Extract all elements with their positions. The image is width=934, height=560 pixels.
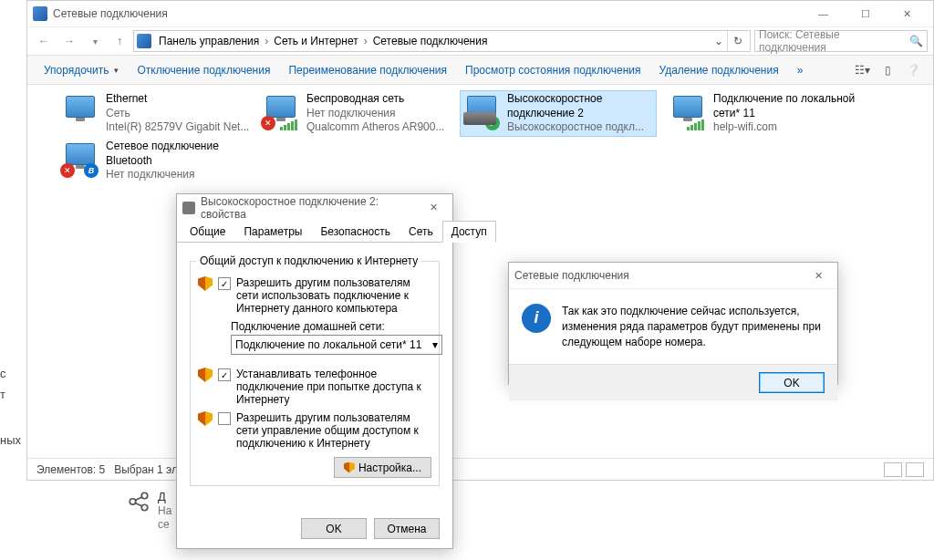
connection-ethernet[interactable]: Ethernet Сеть Intel(R) 82579V Gigabit Ne… (58, 90, 255, 137)
back-button[interactable]: ← (33, 30, 55, 52)
chevron-down-icon: ▾ (432, 338, 438, 351)
svg-line-4 (135, 503, 142, 506)
dial-on-demand-label: Устанавливать телефонное подключение при… (236, 368, 431, 406)
view-status-button[interactable]: Просмотр состояния подключения (456, 59, 649, 81)
address-bar[interactable]: Панель управления › Сеть и Интернет › Се… (133, 30, 751, 52)
settings-button[interactable]: Настройка... (334, 457, 431, 478)
info-icon: i (522, 304, 551, 333)
connection-name: Высокоскоростное подключение 2 (507, 92, 655, 120)
close-button[interactable]: ✕ (804, 264, 832, 287)
connection-name: Сетевое подключение Bluetooth (106, 140, 234, 168)
dialog-body: Общий доступ к подключению к Интернету Р… (177, 243, 452, 495)
tab-general[interactable]: Общие (181, 221, 234, 243)
connection-name: Беспроводная сеть (306, 92, 444, 107)
address-dropdown[interactable]: ⌄ (711, 35, 727, 47)
minimize-button[interactable]: — (803, 2, 844, 26)
forward-button[interactable]: → (58, 30, 80, 52)
delete-connection-button[interactable]: Удаление подключения (650, 59, 788, 81)
connection-broadband[interactable]: Высокоскоростное подключение 2 Высокоско… (460, 90, 657, 137)
dial-on-demand-checkbox[interactable] (218, 368, 231, 381)
status-bar: Элементов: 5 Выбран 1 элем (27, 458, 933, 480)
chevron-right-icon: › (263, 35, 270, 47)
connection-adapter: Intel(R) 82579V Gigabit Net... (106, 120, 249, 135)
close-button[interactable]: ✕ (420, 196, 447, 220)
tab-sharing[interactable]: Доступ (442, 221, 496, 243)
shield-icon (198, 411, 213, 426)
shield-icon (344, 462, 355, 473)
connection-name: Ethernet (106, 92, 249, 107)
maximize-button[interactable]: ☐ (845, 2, 886, 26)
titlebar: Высокоскоростное подключение 2: свойства… (177, 194, 452, 221)
search-input[interactable]: Поиск: Сетевые подключения 🔍 (754, 30, 928, 52)
search-icon: 🔍 (909, 35, 923, 47)
dialog-title: Сетевые подключения (514, 269, 804, 282)
connections-area: Ethernet Сеть Intel(R) 82579V Gigabit Ne… (27, 85, 933, 99)
nav-row: ← → ▾ ↑ Панель управления › Сеть и Интер… (27, 27, 933, 55)
app-icon (33, 6, 47, 21)
disabled-icon (261, 116, 275, 130)
ok-button[interactable]: OK (301, 518, 367, 539)
search-placeholder: Поиск: Сетевые подключения (759, 28, 909, 54)
rename-connection-button[interactable]: Переименование подключения (279, 59, 456, 81)
message-dialog: Сетевые подключения ✕ i Так как это подк… (508, 262, 838, 385)
help-button[interactable]: ❔ (900, 58, 926, 82)
connection-properties-dialog: Высокоскоростное подключение 2: свойства… (176, 193, 453, 549)
svg-line-3 (135, 497, 142, 501)
tab-security[interactable]: Безопасность (311, 221, 400, 243)
disabled-icon (60, 163, 75, 178)
shield-icon (198, 368, 213, 382)
view-details-button[interactable] (884, 462, 902, 477)
svg-point-1 (141, 493, 148, 499)
svg-point-0 (130, 499, 136, 505)
message-text: Так как это подключение сейчас используе… (562, 304, 825, 349)
connection-status: Нет подключения (306, 107, 444, 121)
dialog-icon (182, 202, 195, 214)
allow-control-checkbox[interactable] (218, 412, 231, 425)
connection-adapter: Высокоскоростное подкл... (507, 120, 655, 135)
shield-icon (198, 276, 213, 291)
disable-connection-button[interactable]: Отключение подключения (128, 59, 279, 81)
preview-pane-button[interactable]: ▯ (875, 58, 900, 82)
address-icon (137, 34, 151, 48)
connection-wifi[interactable]: Беспроводная сеть Нет подключения Qualco… (259, 90, 456, 137)
ok-button[interactable]: OK (759, 372, 825, 393)
organize-button[interactable]: Упорядочить (35, 59, 128, 81)
connection-local-11[interactable]: Подключение по локальной сети* 11 help-w… (666, 90, 863, 137)
breadcrumb[interactable]: Сетевые подключения (369, 35, 492, 47)
tab-options[interactable]: Параметры (234, 221, 311, 243)
connection-adapter: Qualcomm Atheros AR900... (306, 120, 444, 135)
combo-value: Подключение по локальной сети* 11 (235, 338, 421, 351)
more-button[interactable]: » (788, 59, 813, 81)
bluetooth-icon (84, 163, 99, 178)
titlebar: Сетевые подключения ✕ (509, 263, 837, 289)
svg-point-2 (141, 504, 148, 511)
view-large-button[interactable] (906, 462, 924, 477)
connection-name: Подключение по локальной сети* 11 (713, 92, 861, 120)
allow-sharing-checkbox[interactable] (218, 277, 231, 290)
allow-sharing-label: Разрешить другим пользователям сети испо… (236, 276, 431, 315)
allow-control-label: Разрешить другим пользователям сети упра… (236, 411, 431, 450)
item-count: Элементов: 5 (36, 463, 105, 476)
titlebar: Сетевые подключения — ☐ ✕ (27, 1, 933, 27)
recent-button[interactable]: ▾ (84, 30, 106, 52)
home-network-combo[interactable]: Подключение по локальной сети* 11 ▾ (231, 335, 442, 355)
signal-icon (687, 119, 704, 130)
connection-bluetooth[interactable]: Сетевое подключение Bluetooth Нет подклю… (58, 138, 255, 184)
share-icon (127, 490, 150, 513)
tab-row: Общие Параметры Безопасность Сеть Доступ (177, 221, 452, 243)
refresh-button[interactable]: ↻ (727, 31, 747, 51)
breadcrumb[interactable]: Сеть и Интернет (270, 35, 361, 47)
up-button[interactable]: ↑ (109, 31, 130, 51)
close-button[interactable]: ✕ (887, 2, 928, 26)
connection-adapter: help-wifi.com (713, 120, 861, 135)
dialog-title: Высокоскоростное подключение 2: свойства (201, 195, 420, 221)
tab-network[interactable]: Сеть (400, 221, 442, 243)
connection-status: Нет подключения (106, 168, 234, 182)
command-bar: Упорядочить Отключение подключения Переи… (27, 55, 933, 85)
signal-icon (280, 119, 297, 130)
breadcrumb[interactable]: Панель управления (155, 35, 263, 47)
cancel-button[interactable]: Отмена (374, 518, 440, 539)
modem-icon (463, 112, 496, 125)
view-options-button[interactable]: ☷▾ (849, 58, 875, 82)
usb-item: Д На ce (127, 490, 171, 532)
